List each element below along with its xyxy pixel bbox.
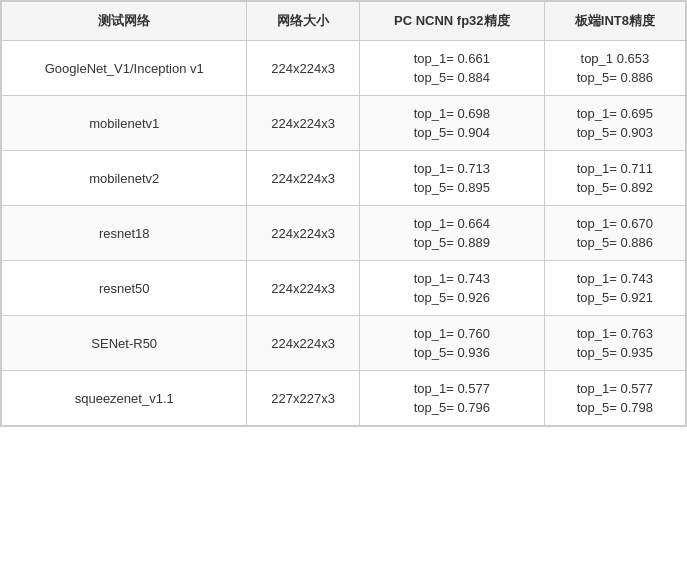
pc-top1-value: top_1= 0.698 bbox=[414, 106, 490, 121]
board-top1-value: top_1 0.653 bbox=[581, 51, 650, 66]
cell-network-size: 227x227x3 bbox=[247, 371, 359, 426]
board-top5-value: top_5= 0.886 bbox=[577, 235, 653, 250]
cell-board-int8: top_1= 0.743top_5= 0.921 bbox=[544, 261, 685, 316]
board-top5-value: top_5= 0.886 bbox=[577, 70, 653, 85]
board-top5-value: top_5= 0.903 bbox=[577, 125, 653, 140]
board-top1-value: top_1= 0.743 bbox=[577, 271, 653, 286]
main-table-wrapper: 测试网络 网络大小 PC NCNN fp32精度 板端INT8精度 Google… bbox=[0, 0, 687, 427]
table-row: resnet50224x224x3top_1= 0.743top_5= 0.92… bbox=[2, 261, 686, 316]
pc-top1-value: top_1= 0.713 bbox=[414, 161, 490, 176]
cell-network-name: SENet-R50 bbox=[2, 316, 247, 371]
pc-top1-value: top_1= 0.661 bbox=[414, 51, 490, 66]
cell-pc-ncnn: top_1= 0.743top_5= 0.926 bbox=[359, 261, 544, 316]
cell-network-name: resnet18 bbox=[2, 206, 247, 261]
pc-top1-value: top_1= 0.577 bbox=[414, 381, 490, 396]
pc-top5-value: top_5= 0.884 bbox=[414, 70, 490, 85]
pc-top1-value: top_1= 0.743 bbox=[414, 271, 490, 286]
table-row: squeezenet_v1.1227x227x3top_1= 0.577top_… bbox=[2, 371, 686, 426]
cell-pc-ncnn: top_1= 0.698top_5= 0.904 bbox=[359, 96, 544, 151]
cell-network-size: 224x224x3 bbox=[247, 206, 359, 261]
table-row: resnet18224x224x3top_1= 0.664top_5= 0.88… bbox=[2, 206, 686, 261]
cell-network-name: resnet50 bbox=[2, 261, 247, 316]
table-row: mobilenetv2224x224x3top_1= 0.713top_5= 0… bbox=[2, 151, 686, 206]
cell-network-size: 224x224x3 bbox=[247, 96, 359, 151]
cell-network-name: GoogleNet_V1/Inception v1 bbox=[2, 41, 247, 96]
board-top5-value: top_5= 0.921 bbox=[577, 290, 653, 305]
comparison-table: 测试网络 网络大小 PC NCNN fp32精度 板端INT8精度 Google… bbox=[1, 1, 686, 426]
cell-network-name: mobilenetv1 bbox=[2, 96, 247, 151]
header-network: 测试网络 bbox=[2, 2, 247, 41]
cell-network-name: mobilenetv2 bbox=[2, 151, 247, 206]
pc-top5-value: top_5= 0.895 bbox=[414, 180, 490, 195]
pc-top5-value: top_5= 0.889 bbox=[414, 235, 490, 250]
board-top1-value: top_1= 0.763 bbox=[577, 326, 653, 341]
cell-network-size: 224x224x3 bbox=[247, 41, 359, 96]
cell-pc-ncnn: top_1= 0.760top_5= 0.936 bbox=[359, 316, 544, 371]
board-top1-value: top_1= 0.670 bbox=[577, 216, 653, 231]
cell-network-size: 224x224x3 bbox=[247, 261, 359, 316]
cell-board-int8: top_1= 0.695top_5= 0.903 bbox=[544, 96, 685, 151]
board-top1-value: top_1= 0.577 bbox=[577, 381, 653, 396]
board-top5-value: top_5= 0.892 bbox=[577, 180, 653, 195]
cell-network-size: 224x224x3 bbox=[247, 151, 359, 206]
cell-network-name: squeezenet_v1.1 bbox=[2, 371, 247, 426]
pc-top5-value: top_5= 0.904 bbox=[414, 125, 490, 140]
cell-board-int8: top_1= 0.670top_5= 0.886 bbox=[544, 206, 685, 261]
pc-top1-value: top_1= 0.760 bbox=[414, 326, 490, 341]
cell-pc-ncnn: top_1= 0.664top_5= 0.889 bbox=[359, 206, 544, 261]
table-row: mobilenetv1224x224x3top_1= 0.698top_5= 0… bbox=[2, 96, 686, 151]
table-row: GoogleNet_V1/Inception v1224x224x3top_1=… bbox=[2, 41, 686, 96]
cell-board-int8: top_1= 0.711top_5= 0.892 bbox=[544, 151, 685, 206]
cell-network-size: 224x224x3 bbox=[247, 316, 359, 371]
board-top1-value: top_1= 0.695 bbox=[577, 106, 653, 121]
pc-top5-value: top_5= 0.796 bbox=[414, 400, 490, 415]
table-row: SENet-R50224x224x3top_1= 0.760top_5= 0.9… bbox=[2, 316, 686, 371]
header-pc-ncnn: PC NCNN fp32精度 bbox=[359, 2, 544, 41]
pc-top5-value: top_5= 0.936 bbox=[414, 345, 490, 360]
cell-pc-ncnn: top_1= 0.661top_5= 0.884 bbox=[359, 41, 544, 96]
board-top5-value: top_5= 0.798 bbox=[577, 400, 653, 415]
cell-pc-ncnn: top_1= 0.577top_5= 0.796 bbox=[359, 371, 544, 426]
cell-board-int8: top_1 0.653top_5= 0.886 bbox=[544, 41, 685, 96]
header-row: 测试网络 网络大小 PC NCNN fp32精度 板端INT8精度 bbox=[2, 2, 686, 41]
header-board-int8: 板端INT8精度 bbox=[544, 2, 685, 41]
header-size: 网络大小 bbox=[247, 2, 359, 41]
board-top1-value: top_1= 0.711 bbox=[577, 161, 653, 176]
cell-pc-ncnn: top_1= 0.713top_5= 0.895 bbox=[359, 151, 544, 206]
board-top5-value: top_5= 0.935 bbox=[577, 345, 653, 360]
cell-board-int8: top_1= 0.763top_5= 0.935 bbox=[544, 316, 685, 371]
pc-top5-value: top_5= 0.926 bbox=[414, 290, 490, 305]
pc-top1-value: top_1= 0.664 bbox=[414, 216, 490, 231]
cell-board-int8: top_1= 0.577top_5= 0.798 bbox=[544, 371, 685, 426]
